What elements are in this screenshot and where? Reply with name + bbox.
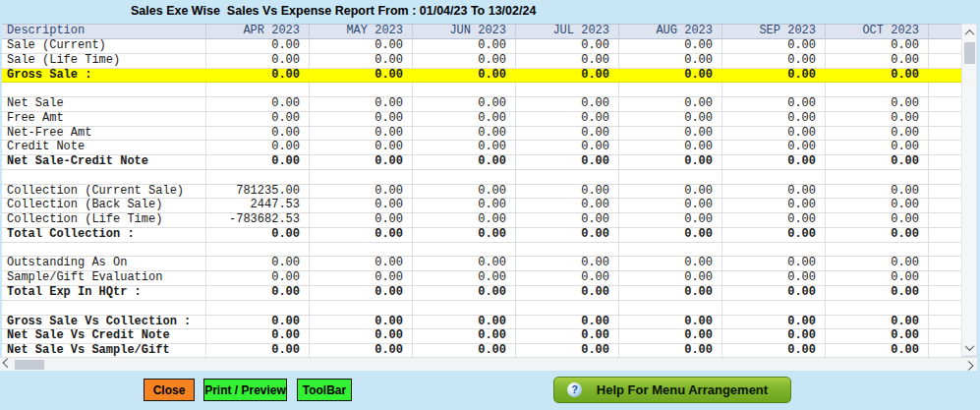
toolbar-button[interactable]: ToolBar <box>297 379 352 401</box>
value-cell: 0.00 <box>206 257 310 270</box>
value-cell <box>722 170 826 184</box>
value-cell: 0.00 <box>206 97 310 111</box>
value-cell: 0.00 <box>206 54 310 68</box>
scroll-up-arrow-icon[interactable] <box>962 26 976 39</box>
value-cell <box>619 243 722 257</box>
row-filler-cell <box>929 243 961 257</box>
vertical-scrollbar[interactable] <box>961 24 977 356</box>
row-description-cell: Net Sale <box>2 97 206 111</box>
column-header[interactable]: APR 2023 <box>206 25 310 37</box>
value-cell: 0.00 <box>413 141 516 154</box>
table-row[interactable]: Collection (Life Time)-783682.530.000.00… <box>2 213 961 228</box>
table-row[interactable]: Collection (Current Sale)781235.000.000.… <box>2 185 961 200</box>
table-row[interactable]: Collection (Back Sale)2447.530.000.000.0… <box>2 199 961 213</box>
table-row[interactable]: Net Sale-Credit Note0.000.000.000.000.00… <box>2 155 961 170</box>
value-cell: 0.00 <box>516 329 619 343</box>
print-preview-button[interactable]: Print / Preview <box>203 379 287 401</box>
value-cell <box>722 301 826 315</box>
column-header[interactable]: SEP 2023 <box>722 25 826 37</box>
scroll-down-arrow-icon[interactable] <box>962 340 976 354</box>
value-cell: 0.00 <box>310 97 413 111</box>
table-row[interactable]: Total Exp In HQtr :0.000.000.000.000.000… <box>2 286 961 301</box>
value-cell <box>619 83 722 96</box>
value-cell: 0.00 <box>619 141 722 154</box>
value-cell: 0.00 <box>413 127 516 141</box>
scroll-right-arrow-icon[interactable] <box>962 358 975 371</box>
value-cell: 0.00 <box>619 69 722 83</box>
value-cell: 0.00 <box>310 213 413 227</box>
row-filler-cell <box>929 97 961 111</box>
column-header[interactable]: OCT 2023 <box>826 25 929 37</box>
chevron-up-icon <box>964 29 974 38</box>
row-description-cell: Net Sale Vs Credit Note <box>2 329 206 343</box>
row-filler-cell <box>929 185 961 199</box>
table-row[interactable]: Sale (Life Time)0.000.000.000.000.000.00… <box>2 54 961 69</box>
value-cell <box>516 170 619 184</box>
column-header[interactable]: MAY 2023 <box>310 25 413 37</box>
vertical-scroll-thumb[interactable] <box>964 42 975 64</box>
horizontal-scrollbar[interactable] <box>0 357 977 371</box>
row-description-cell: Total Collection : <box>2 228 206 242</box>
column-header[interactable]: JUL 2023 <box>516 25 619 37</box>
value-cell: 0.00 <box>619 316 722 329</box>
row-filler-cell <box>929 69 961 83</box>
horizontal-scroll-thumb[interactable] <box>15 360 44 370</box>
column-header[interactable]: AUG 2023 <box>619 25 722 37</box>
row-description-cell: Sale (Life Time) <box>2 54 206 68</box>
table-row[interactable]: Net-Free Amt0.000.000.000.000.000.000.00 <box>2 127 961 142</box>
value-cell: 0.00 <box>310 271 413 285</box>
column-header[interactable]: Description <box>2 25 206 37</box>
row-filler-cell <box>929 199 961 212</box>
value-cell: 0.00 <box>206 316 310 329</box>
value-cell: 0.00 <box>826 344 929 358</box>
value-cell: 0.00 <box>516 213 619 227</box>
value-cell <box>826 83 929 96</box>
chevron-right-icon <box>964 361 974 371</box>
grid-header-row: DescriptionAPR 2023MAY 2023JUN 2023JUL 2… <box>2 25 961 39</box>
title-bar: Sales Exe Wise Sales Vs Expense Report F… <box>0 0 980 24</box>
scroll-left-arrow-icon[interactable] <box>1 358 14 371</box>
value-cell: 0.00 <box>722 344 826 358</box>
table-row[interactable]: Free Amt0.000.000.000.000.000.000.00 <box>2 112 961 127</box>
row-description-cell: Total Exp In HQtr : <box>2 286 206 300</box>
value-cell: 0.00 <box>619 39 722 53</box>
column-header[interactable]: JUN 2023 <box>413 25 516 37</box>
table-row[interactable] <box>2 83 961 97</box>
table-row[interactable]: Credit Note0.000.000.000.000.000.000.00 <box>2 141 961 155</box>
value-cell <box>722 243 826 257</box>
close-button[interactable]: Close <box>144 379 195 401</box>
table-row[interactable]: Gross Sale Vs Collection :0.000.000.000.… <box>2 316 961 330</box>
report-window: { "title": "Sales Exe Wise Sales Vs Expe… <box>0 0 980 410</box>
table-row[interactable]: Sale (Current)0.000.000.000.000.000.000.… <box>2 39 961 54</box>
value-cell: 0.00 <box>619 228 722 242</box>
value-cell: 0.00 <box>722 228 826 242</box>
value-cell: 0.00 <box>619 329 722 343</box>
help-button-label: Help For Menu Arrangement <box>596 382 769 397</box>
table-row[interactable] <box>2 301 961 316</box>
value-cell: 0.00 <box>826 155 929 169</box>
value-cell: 0.00 <box>826 127 929 141</box>
row-description-cell: Gross Sale Vs Collection : <box>2 316 206 329</box>
table-row[interactable]: Net Sale Vs Credit Note0.000.000.000.000… <box>2 329 961 344</box>
value-cell <box>722 83 826 96</box>
value-cell: 0.00 <box>516 271 619 285</box>
table-row[interactable]: Net Sale0.000.000.000.000.000.000.00 <box>2 97 961 112</box>
table-row[interactable]: Outstanding As On0.000.000.000.000.000.0… <box>2 257 961 271</box>
value-cell <box>206 243 310 257</box>
table-row[interactable]: Total Collection :0.000.000.000.000.000.… <box>2 228 961 243</box>
value-cell <box>413 170 516 184</box>
value-cell <box>516 83 619 96</box>
table-row[interactable]: Sample/Gift Evaluation0.000.000.000.000.… <box>2 271 961 286</box>
table-row[interactable] <box>2 170 961 185</box>
value-cell: 0.00 <box>619 286 722 300</box>
value-cell: 0.00 <box>619 155 722 169</box>
table-row[interactable] <box>2 243 961 258</box>
value-cell: 0.00 <box>516 69 619 83</box>
value-cell: 0.00 <box>722 39 826 53</box>
table-row-selected[interactable]: Gross Sale :0.000.000.000.000.000.000.00 <box>2 69 961 84</box>
value-cell: 0.00 <box>619 271 722 285</box>
value-cell <box>413 243 516 257</box>
value-cell: 2447.53 <box>206 199 310 212</box>
row-description-cell: Sale (Current) <box>2 39 206 53</box>
help-for-menu-arrangement-button[interactable]: ? Help For Menu Arrangement <box>553 377 791 403</box>
